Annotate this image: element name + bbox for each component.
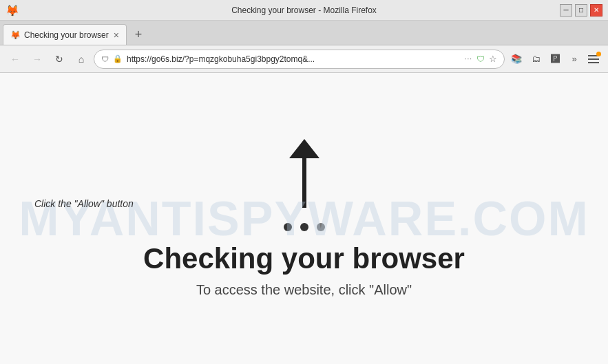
page-subtext: To access the website, click "Allow" [196,282,412,298]
tab-close-button[interactable]: × [114,30,119,40]
url-text: https://go6s.biz/?p=mqzgkobuha5gi3bpgy2t… [127,54,461,64]
titlebar-left: 🦊 [6,4,18,17]
loading-dots [284,223,325,231]
allow-overlay-text: Click the "Allow" button [34,198,134,209]
firefox-icon: 🦊 [6,4,18,17]
url-bar[interactable]: 🛡 🔒 https://go6s.biz/?p=mqzgkobuha5gi3bp… [94,50,505,69]
menu-alert-dot [596,52,601,56]
tab-label: Checking your browser [24,30,109,40]
menu-button[interactable] [585,50,602,68]
browser-tab[interactable]: 🦊 Checking your browser × [3,24,127,45]
library-icon[interactable]: 📚 [507,50,525,68]
security-info-icon: 🛡 [101,55,109,63]
nav-right-icons: 📚 🗂 🅿 » [507,50,602,68]
toolbar-overflow-button[interactable]: » [565,50,583,68]
minimize-button[interactable]: ─ [560,4,572,17]
nav-bar: ← → ↻ ⌂ 🛡 🔒 https://go6s.biz/?p=mqzgkobu… [0,45,608,73]
page-heading: Checking your browser [143,242,465,275]
new-tab-button[interactable]: + [128,24,149,45]
bookmark-icon[interactable]: ☆ [489,54,497,64]
window-titlebar: 🦊 Checking your browser - Mozilla Firefo… [0,0,608,21]
loading-dot-2 [300,223,308,231]
url-more-icon: ··· [465,55,472,63]
back-button[interactable]: ← [6,50,25,69]
menu-line [588,62,599,63]
arrow-up-svg [277,139,332,215]
menu-line [588,58,599,60]
window-controls: ─ □ ✕ [560,4,602,17]
arrow-up-container [277,139,332,217]
loading-dot-1 [284,223,292,231]
shield-icon: 🛡 [476,54,485,64]
reload-button[interactable]: ↻ [50,50,69,69]
forward-button[interactable]: → [28,50,47,69]
loading-dot-3 [317,223,325,231]
svg-marker-1 [289,139,319,158]
tab-bar: 🦊 Checking your browser × + [0,21,608,45]
tab-favicon: 🦊 [10,30,20,40]
close-button[interactable]: ✕ [590,4,602,17]
window-title: Checking your browser - Mozilla Firefox [231,6,377,15]
page-content: MYANTISPYWARE.COM Click the "Allow" butt… [0,73,608,364]
maximize-button[interactable]: □ [575,4,587,17]
pocket-icon[interactable]: 🅿 [546,50,564,68]
lock-icon: 🔒 [113,54,123,63]
home-button[interactable]: ⌂ [72,50,91,69]
synced-tabs-icon[interactable]: 🗂 [527,50,545,68]
